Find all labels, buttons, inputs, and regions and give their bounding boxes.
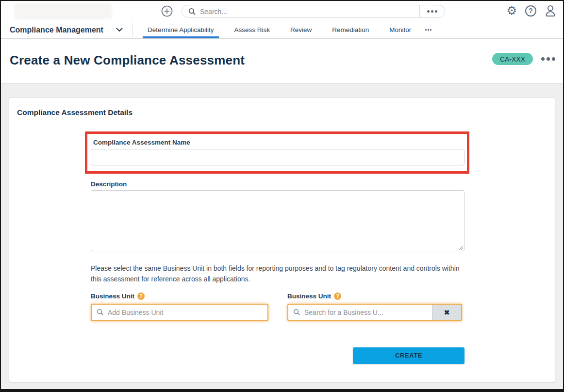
business-unit-row: Business Unit ? <box>91 293 464 321</box>
description-textarea[interactable] <box>91 190 464 251</box>
business-unit-helper-text: Please select the same Business Unit in … <box>91 263 464 285</box>
ellipsis-icon <box>541 57 545 61</box>
top-bar-actions: ⚙ ? <box>506 4 556 17</box>
global-search <box>182 5 445 18</box>
tab-remediation[interactable]: Remediation <box>327 21 374 38</box>
ellipsis-icon <box>427 10 430 13</box>
logo-redacted <box>15 3 112 19</box>
search-business-unit-control: ✖ <box>287 304 462 321</box>
workflow-tabs: Determine Applicability Assess Risk Revi… <box>137 21 435 38</box>
search-icon <box>97 309 104 316</box>
tab-review[interactable]: Review <box>285 21 316 38</box>
nav-bar: Compliance Management Determine Applicab… <box>1 21 563 39</box>
search-icon <box>293 309 300 316</box>
app-window: ⚙ ? Compliance Management Determine <box>0 0 564 392</box>
chevron-down-icon <box>116 28 123 32</box>
close-icon: ✖ <box>444 309 450 316</box>
app-switcher[interactable]: Compliance Management <box>1 21 132 38</box>
search-icon <box>188 8 196 16</box>
page-title: Create a New Compliance Assessment <box>10 53 245 68</box>
top-bar: ⚙ ? <box>1 1 563 21</box>
status-badge: CA-XXX <box>492 53 533 65</box>
tabs-more-button[interactable] <box>421 21 435 38</box>
gear-icon: ⚙ <box>506 5 517 16</box>
tab-monitor[interactable]: Monitor <box>384 21 416 38</box>
add-button[interactable] <box>161 5 173 17</box>
page-header: Create a New Compliance Assessment CA-XX… <box>1 39 563 84</box>
clear-button[interactable]: ✖ <box>432 305 461 320</box>
assessment-form: Compliance Assessment Name Description P… <box>85 131 469 364</box>
page-actions-button[interactable] <box>541 57 555 61</box>
help-tooltip-icon[interactable]: ? <box>137 293 145 300</box>
add-business-unit-input[interactable] <box>104 309 267 316</box>
ellipsis-icon <box>425 29 427 31</box>
help-tooltip-icon[interactable]: ? <box>334 293 341 300</box>
tab-assess-risk[interactable]: Assess Risk <box>230 21 275 38</box>
assessment-name-input[interactable] <box>91 149 464 165</box>
assessment-name-label: Compliance Assessment Name <box>93 139 464 146</box>
user-menu-button[interactable] <box>545 4 556 17</box>
help-button[interactable]: ? <box>525 5 536 16</box>
user-icon <box>545 4 556 17</box>
tab-determine-applicability[interactable]: Determine Applicability <box>143 21 219 38</box>
nav-divider <box>132 23 133 37</box>
form-inner: Description Please select the same Busin… <box>91 180 464 364</box>
create-button[interactable]: CREATE <box>353 347 464 364</box>
section-title: Compliance Assessment Details <box>17 108 547 117</box>
assessment-details-card: Compliance Assessment Details Compliance… <box>9 98 555 382</box>
business-unit-right-field: Business Unit ? <box>287 293 462 321</box>
page-content: Compliance Assessment Details Compliance… <box>1 84 563 389</box>
add-business-unit-control <box>91 304 268 321</box>
settings-button[interactable]: ⚙ <box>506 5 517 16</box>
business-unit-left-label: Business Unit <box>91 293 134 300</box>
search-business-unit-input[interactable] <box>300 309 432 316</box>
search-input[interactable] <box>196 8 419 16</box>
highlight-annotation-box: Compliance Assessment Name <box>85 131 469 174</box>
search-options-button[interactable] <box>419 5 445 17</box>
description-label: Description <box>91 180 464 188</box>
question-mark-icon: ? <box>525 5 536 16</box>
app-name: Compliance Management <box>10 26 103 34</box>
business-unit-right-label: Business Unit <box>287 293 331 300</box>
plus-icon <box>161 5 173 17</box>
resize-handle-icon[interactable] <box>458 245 463 250</box>
business-unit-left-field: Business Unit ? <box>91 293 268 321</box>
